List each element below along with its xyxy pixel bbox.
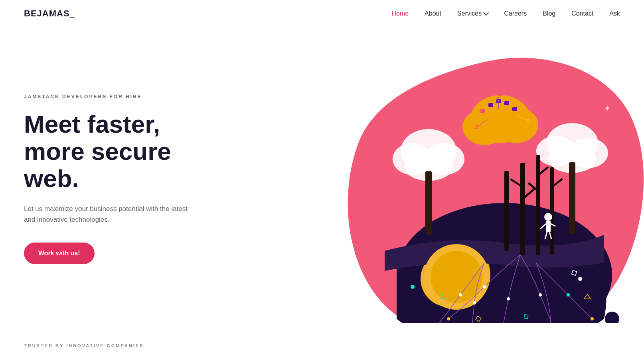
trusted-label: TRUSTED BY INNOVATIVE COMPANIES — [24, 343, 620, 348]
svg-point-39 — [483, 285, 486, 288]
nav-link-services[interactable]: Services — [457, 10, 482, 17]
nav-links: Home About Services Careers Blog Contact… — [391, 10, 620, 17]
nav-link-contact[interactable]: Contact — [571, 10, 593, 17]
cta-button[interactable]: Work with us! — [24, 243, 95, 264]
svg-point-60 — [605, 312, 619, 323]
nav-link-blog[interactable]: Blog — [543, 10, 555, 17]
svg-text:✦: ✦ — [604, 104, 611, 113]
nav-item-contact[interactable]: Contact — [571, 10, 593, 17]
hero-illustration-svg: ✦ — [333, 39, 644, 323]
svg-point-15 — [494, 107, 538, 143]
svg-rect-24 — [550, 167, 554, 255]
hero-section: JAMSTACK DEVELOPERS FOR HIRE Meet faster… — [0, 27, 644, 323]
svg-point-31 — [544, 213, 552, 221]
svg-point-45 — [567, 293, 570, 296]
svg-rect-32 — [546, 221, 551, 232]
svg-rect-12 — [569, 162, 575, 234]
nav-item-blog[interactable]: Blog — [543, 10, 555, 17]
hero-title-line2: more secure web. — [24, 137, 171, 192]
svg-rect-22 — [520, 163, 525, 255]
trusted-section: TRUSTED BY INNOVATIVE COMPANIES Newfront… — [0, 331, 644, 354]
svg-point-55 — [578, 277, 582, 281]
svg-point-48 — [473, 301, 476, 304]
hero-title-line1: Meet faster, — [24, 110, 160, 138]
nav-item-careers[interactable]: Careers — [504, 10, 527, 17]
svg-rect-20 — [480, 109, 485, 113]
svg-rect-19 — [512, 107, 517, 111]
svg-rect-25 — [504, 171, 509, 251]
nav-link-ask[interactable]: Ask — [609, 10, 620, 17]
svg-point-38 — [431, 251, 482, 303]
svg-rect-7 — [425, 171, 432, 235]
nav-item-services[interactable]: Services — [457, 10, 488, 17]
svg-point-54 — [411, 285, 415, 289]
navigation: BEJAMAS_ Home About Services Careers Blo… — [0, 0, 644, 27]
chevron-down-icon — [483, 10, 489, 16]
svg-point-46 — [591, 317, 594, 320]
svg-point-40 — [447, 317, 450, 320]
nav-link-about[interactable]: About — [425, 10, 441, 17]
svg-point-41 — [539, 293, 542, 296]
svg-rect-21 — [498, 93, 502, 96]
nav-item-home[interactable]: Home — [391, 10, 409, 17]
svg-point-44 — [459, 293, 462, 296]
hero-eyebrow: JAMSTACK DEVELOPERS FOR HIRE — [24, 94, 215, 99]
nav-item-about[interactable]: About — [425, 10, 441, 17]
svg-point-43 — [507, 297, 510, 300]
svg-rect-16 — [488, 103, 493, 107]
svg-rect-17 — [504, 101, 509, 105]
hero-subtitle: Let us maximize your business potential … — [24, 203, 192, 225]
hero-content: JAMSTACK DEVELOPERS FOR HIRE Meet faster… — [24, 94, 215, 265]
hero-illustration: ✦ — [333, 39, 644, 323]
nav-link-home[interactable]: Home — [391, 10, 409, 17]
brand-logo[interactable]: BEJAMAS_ — [24, 8, 75, 19]
nav-item-ask[interactable]: Ask — [609, 10, 620, 17]
svg-rect-23 — [536, 155, 540, 255]
nav-link-careers[interactable]: Careers — [504, 10, 527, 17]
hero-title: Meet faster, more secure web. — [24, 111, 215, 193]
